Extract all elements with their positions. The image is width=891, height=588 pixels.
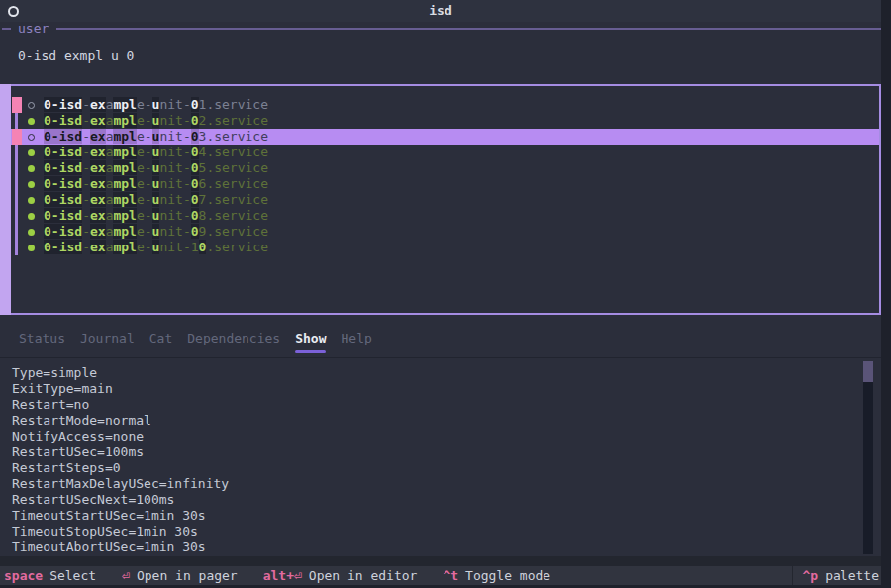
unit-name-segment: -	[82, 240, 90, 254]
property-line: TimeoutStartUSec=1min 30s	[12, 508, 881, 524]
unit-name-segment: 2.service	[199, 113, 268, 128]
unit-name-segment: e-	[137, 240, 152, 254]
fuzzy-match-segment: mpl	[113, 160, 136, 175]
active-status-dot-icon	[28, 245, 35, 251]
tabs: StatusJournalCatDependenciesShowHelp	[0, 331, 881, 353]
fuzzy-match-segment: mpl	[113, 224, 136, 239]
fuzzy-match-segment: 0-isd	[44, 192, 82, 207]
unit-row[interactable]: 0-isd-example-unit-06.service	[11, 176, 879, 192]
active-status-dot-icon	[28, 181, 35, 188]
tab-journal[interactable]: Journal	[80, 331, 135, 353]
unit-name-segment: .service	[206, 240, 268, 254]
unit-row[interactable]: 0-isd-example-unit-09.service	[11, 224, 879, 240]
unit-name-segment: 1.service	[199, 97, 268, 112]
property-line: RestartSteps=0	[12, 460, 881, 476]
show-pane-scrollbar[interactable]	[863, 361, 873, 554]
fuzzy-match-segment: ex	[90, 97, 106, 112]
rule-line	[56, 28, 881, 30]
fuzzy-match-segment: ex	[90, 240, 106, 254]
active-status-dot-icon	[28, 149, 35, 156]
fuzzy-match-segment: ex	[90, 208, 106, 223]
fuzzy-match-segment: 0	[191, 145, 199, 159]
fuzzy-match-segment: 0	[191, 113, 199, 128]
unit-name-segment: nit-	[159, 208, 190, 223]
unit-name-segment: e-	[137, 129, 152, 144]
unit-name-segment: e-	[137, 97, 152, 112]
unit-list-rows: 0-isd-example-unit-01.service0-isd-examp…	[11, 97, 879, 255]
unit-name-segment: e-	[137, 192, 152, 207]
keybinding-footer: spaceSelect⏎Open in pageralt+⏎Open in ed…	[0, 566, 881, 585]
tab-underline	[80, 350, 135, 353]
unit-name-segment: e-	[137, 176, 152, 191]
unit-name: 0-isd-example-unit-10.service	[44, 240, 268, 255]
binding-palette[interactable]: ^p palette	[792, 566, 879, 585]
show-lines: Type=simpleExitType=mainRestart=noRestar…	[0, 359, 881, 555]
terminal-right-edge	[881, 0, 891, 588]
unit-name-segment: 7.service	[199, 192, 268, 207]
unit-row[interactable]: 0-isd-example-unit-02.service	[11, 113, 879, 129]
unit-name: 0-isd-example-unit-02.service	[44, 113, 268, 129]
unit-row[interactable]: 0-isd-example-unit-04.service	[11, 145, 879, 160]
binding-select[interactable]: spaceSelect	[4, 568, 96, 584]
unit-name-segment: nit-	[159, 224, 190, 239]
unit-name-segment: nit-	[159, 113, 190, 128]
binding-key: alt+⏎	[263, 568, 302, 584]
fuzzy-match-segment: 0-isd	[44, 160, 82, 175]
unit-name-segment: -	[82, 97, 90, 112]
unit-name-segment: nit-	[159, 160, 190, 175]
fuzzy-match-segment: mpl	[113, 176, 136, 191]
tab-cat[interactable]: Cat	[149, 331, 172, 353]
fuzzy-match-segment: 0	[191, 129, 199, 144]
app-title: isd	[0, 3, 881, 19]
unit-row[interactable]: 0-isd-example-unit-07.service	[11, 192, 879, 208]
fuzzy-match-segment: 0	[191, 224, 199, 239]
active-status-dot-icon	[28, 165, 35, 172]
gutter-scroll-line	[15, 97, 18, 255]
binding-toggle-mode[interactable]: ^tToggle mode	[443, 568, 550, 584]
fuzzy-match-segment: 0	[191, 208, 199, 223]
tab-label: Journal	[80, 331, 135, 346]
unit-row[interactable]: 0-isd-example-unit-05.service	[11, 160, 879, 176]
unit-row[interactable]: 0-isd-example-unit-01.service	[11, 97, 879, 113]
unit-name: 0-isd-example-unit-07.service	[44, 192, 268, 208]
search-input[interactable]	[18, 49, 711, 64]
scrollbar-thumb[interactable]	[863, 361, 873, 382]
fuzzy-match-segment: 0	[191, 97, 199, 112]
unit-name-segment: nit-	[159, 129, 190, 144]
tab-label: Dependencies	[187, 331, 280, 346]
fuzzy-match-segment: 0	[191, 192, 199, 207]
active-status-dot-icon	[28, 229, 35, 236]
unit-name-segment: 3.service	[199, 129, 268, 144]
tab-label: Show	[295, 331, 326, 346]
property-line: ExitType=main	[12, 381, 881, 397]
tab-dependencies[interactable]: Dependencies	[187, 331, 280, 353]
unit-name-segment: nit-	[159, 192, 190, 207]
fuzzy-match-segment: 0-isd	[44, 176, 82, 191]
binding-open-in-editor[interactable]: alt+⏎Open in editor	[263, 568, 418, 584]
fuzzy-match-segment: ex	[90, 129, 106, 144]
isd-terminal-app: isd user 0-isd-example-unit-01.service0-…	[0, 0, 891, 588]
unit-name-segment: 5.service	[199, 160, 268, 175]
tab-show[interactable]: Show	[295, 331, 326, 353]
unit-name-segment: nit-	[159, 145, 190, 159]
unit-row[interactable]: 0-isd-example-unit-08.service	[11, 208, 879, 224]
fuzzy-match-segment: ex	[90, 192, 106, 207]
unit-name: 0-isd-example-unit-09.service	[44, 224, 268, 240]
unit-row[interactable]: 0-isd-example-unit-03.service	[11, 129, 879, 145]
tab-status[interactable]: Status	[19, 331, 65, 353]
tab-help[interactable]: Help	[341, 331, 371, 353]
binding-label: Toggle mode	[465, 568, 550, 584]
binding-open-in-pager[interactable]: ⏎Open in pager	[122, 568, 238, 584]
unit-name-segment: 4.service	[199, 145, 268, 159]
tabs-divider	[0, 357, 881, 358]
search-area	[0, 35, 881, 84]
inactive-status-dot-icon	[28, 102, 35, 109]
unit-row[interactable]: 0-isd-example-unit-10.service	[11, 240, 879, 255]
unit-name-segment: -	[82, 192, 90, 207]
property-line: TimeoutStopUSec=1min 30s	[12, 524, 881, 539]
fuzzy-match-segment: 0-isd	[44, 129, 82, 144]
unit-name-segment: nit-	[159, 97, 190, 112]
fuzzy-match-segment: 0-isd	[44, 145, 82, 159]
fuzzy-match-segment: 0	[191, 176, 199, 191]
property-line: NotifyAccess=none	[12, 429, 881, 444]
